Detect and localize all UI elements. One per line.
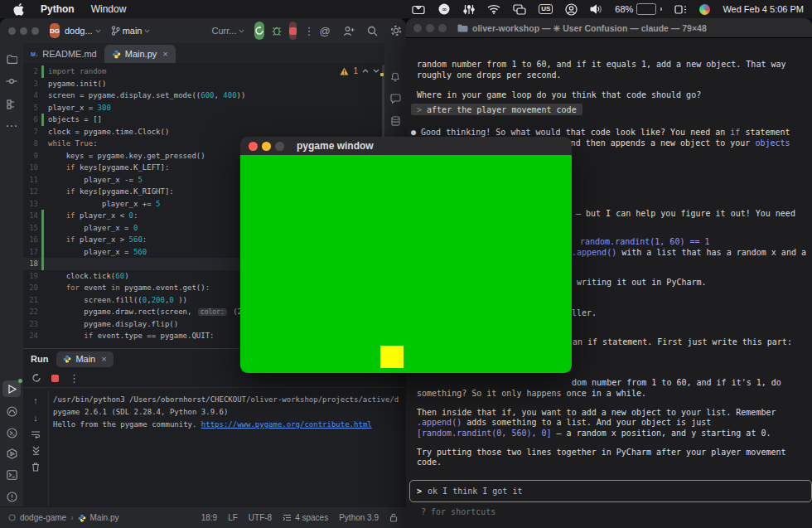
window-controls[interactable] <box>8 27 43 35</box>
code-line[interactable]: 2import random <box>23 65 384 78</box>
interpreter-widget[interactable]: Python 3.9 <box>339 513 379 522</box>
user-account-icon[interactable] <box>565 2 578 16</box>
battery-indicator[interactable]: 68% <box>615 3 662 15</box>
terminal-line: code. <box>417 458 442 467</box>
project-tool-icon[interactable] <box>0 50 23 68</box>
battery-percent: 68% <box>615 4 633 14</box>
run-tool-icon[interactable] <box>2 380 21 397</box>
branch-selector[interactable]: main <box>111 26 151 36</box>
scroll-up-icon[interactable]: ↑ <box>33 395 38 405</box>
run-tab-main[interactable]: Main × <box>56 351 113 367</box>
warning-count: 1 <box>353 66 358 75</box>
line-number: 20 <box>23 283 38 292</box>
warning-stripe-mark[interactable] <box>380 73 384 76</box>
console-link[interactable]: https://www.pygame.org/contribute.html <box>201 420 372 429</box>
battery-icon <box>636 3 656 15</box>
stop-icon[interactable] <box>51 375 59 382</box>
display-mirroring-icon[interactable] <box>513 2 526 16</box>
commit-tool-icon[interactable] <box>0 72 23 90</box>
stage-manager-icon[interactable] <box>674 2 687 16</box>
indent-widget[interactable]: 4 spaces <box>283 513 328 522</box>
services-tool-icon[interactable] <box>0 444 23 463</box>
line-number: 3 <box>23 80 38 88</box>
problems-tool-icon[interactable] <box>0 487 23 506</box>
volume-icon[interactable] <box>590 2 602 16</box>
line-number: 2 <box>23 67 38 75</box>
console-more-menu[interactable]: ⋮ <box>69 372 80 385</box>
line-number: 10 <box>23 163 38 172</box>
next-warning-icon[interactable] <box>373 69 379 73</box>
code-line[interactable]: 6objects = [] <box>23 114 384 126</box>
more-tools-icon[interactable]: … <box>0 114 23 132</box>
code-line[interactable]: 5player_x = 300 <box>23 102 384 114</box>
code-text: pygame.display.flip() <box>44 320 178 328</box>
tab-readme[interactable]: M↓ README.md <box>23 45 104 63</box>
close-tab-icon[interactable]: × <box>101 354 106 364</box>
debug-button[interactable] <box>271 25 283 36</box>
keyboard-layout-badge[interactable]: US <box>539 4 553 14</box>
scroll-down-icon[interactable]: ↓ <box>33 413 38 423</box>
claude-input-box[interactable]: > ok I think I got it <box>409 480 812 502</box>
wifi-icon[interactable] <box>487 2 500 16</box>
line-number: 8 <box>23 139 38 148</box>
inspection-widget[interactable]: 1 <box>340 66 379 75</box>
notifications-bell-icon[interactable] <box>384 67 406 85</box>
clear-console-icon[interactable] <box>31 463 40 472</box>
settings-gear-icon[interactable] <box>390 25 402 36</box>
ai-assistant-icon[interactable]: @ <box>319 25 330 37</box>
apple-menu-icon[interactable] <box>13 2 24 16</box>
terminal-line: — but I can help you figure it out! You … <box>576 209 795 219</box>
terminal-line: ller. <box>572 308 597 318</box>
stop-button[interactable] <box>289 22 297 40</box>
python-packages-icon[interactable] <box>0 402 23 420</box>
minimize-window-button[interactable] <box>262 142 271 151</box>
project-badge[interactable]: DG <box>50 23 60 38</box>
window-controls[interactable] <box>413 24 451 32</box>
ai-chat-icon[interactable] <box>384 90 406 108</box>
console-line: Hello from the pygame community. https:/… <box>53 419 404 431</box>
prev-warning-icon[interactable] <box>362 69 369 73</box>
python-console-icon[interactable] <box>0 424 23 442</box>
pycharm-left-sidebar: … <box>0 43 24 507</box>
rerun-button[interactable] <box>254 22 264 40</box>
status-project[interactable]: dodge-game <box>20 513 66 522</box>
screen-share-icon[interactable] <box>412 2 425 16</box>
menu-clock[interactable]: Wed Feb 4 5:06 PM <box>723 4 804 14</box>
claude-input-text[interactable]: ok I think I got it <box>428 487 522 496</box>
close-window-button[interactable] <box>249 142 258 151</box>
menu-window[interactable]: Window <box>91 3 127 15</box>
structure-tool-icon[interactable] <box>0 95 23 114</box>
toolbar-more-menu[interactable]: ⋮ <box>303 25 314 37</box>
code-text: import random <box>44 67 106 75</box>
soft-wrap-icon[interactable] <box>31 430 41 438</box>
file-encoding[interactable]: UTF-8 <box>249 513 272 522</box>
run-panel-title[interactable]: Run <box>31 354 48 364</box>
caret-position[interactable]: 18:9 <box>201 513 217 522</box>
run-config-selector[interactable]: Curr... <box>211 26 244 36</box>
add-user-icon[interactable] <box>343 26 355 36</box>
record-icon[interactable]: ∞ <box>437 2 451 16</box>
code-text: clock.tick(60) <box>44 272 129 280</box>
terminal-tool-icon[interactable] <box>0 466 23 484</box>
project-selector[interactable]: dodg... <box>65 26 101 36</box>
database-icon[interactable] <box>384 112 406 130</box>
rerun-icon[interactable] <box>31 373 41 383</box>
search-icon[interactable] <box>367 26 378 36</box>
line-ending[interactable]: LF <box>228 513 238 522</box>
code-line[interactable]: 4screen = pygame.display.set_mode((600, … <box>23 90 384 102</box>
code-line[interactable]: 3pygame.init() <box>23 78 384 90</box>
menu-app-name[interactable]: Python <box>41 3 75 15</box>
tab-main-py[interactable]: Main.py × <box>104 45 176 63</box>
pygame-titlebar[interactable]: pygame window <box>240 137 572 155</box>
colored-app-icon[interactable] <box>699 4 710 15</box>
code-line[interactable]: 7clock = pygame.time.Clock() <box>23 126 384 138</box>
close-tab-icon[interactable]: × <box>162 49 167 59</box>
markdown-icon: M↓ <box>31 51 38 57</box>
tuning-sliders-icon[interactable] <box>463 2 475 16</box>
code-text: if event.type == pygame.QUIT: <box>44 332 215 340</box>
status-file[interactable]: Main.py <box>90 513 119 522</box>
line-number: 6 <box>23 115 38 124</box>
lock-icon[interactable] <box>389 513 398 522</box>
scroll-to-end-icon[interactable] <box>31 446 41 455</box>
console-output[interactable]: /usr/bin/python3 /Users/obornhorst/CHECK… <box>50 390 404 508</box>
